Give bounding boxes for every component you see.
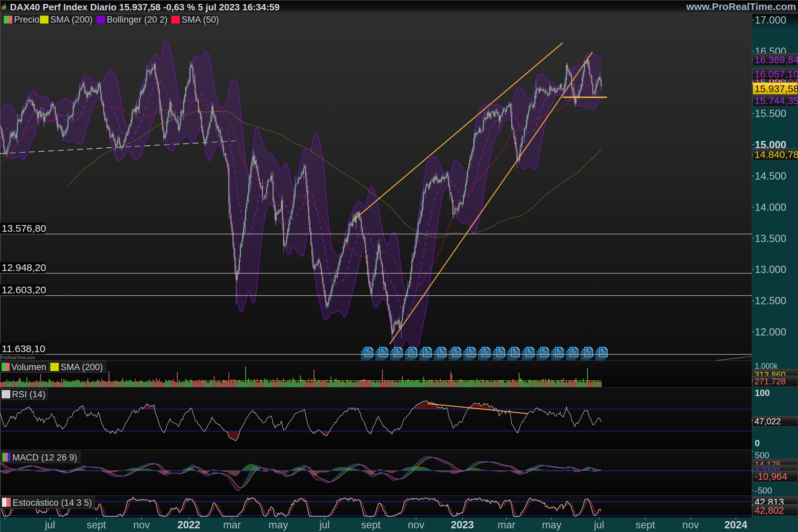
svg-text:mar: mar xyxy=(223,519,241,531)
svg-text:nov: nov xyxy=(682,519,699,531)
svg-text:13.500: 13.500 xyxy=(755,233,786,244)
svg-text:sept: sept xyxy=(87,519,106,531)
svg-text:15.500: 15.500 xyxy=(755,108,786,119)
svg-text:SMA (200): SMA (200) xyxy=(60,362,103,372)
svg-text:-10,964: -10,964 xyxy=(755,471,787,482)
svg-text:47,022: 47,022 xyxy=(755,416,781,426)
svg-text:ProRealTime.com: ProRealTime.com xyxy=(1,355,35,360)
svg-text:Precio: Precio xyxy=(14,15,40,25)
svg-text:sept: sept xyxy=(361,519,381,531)
svg-text:15.937,58: 15.937,58 xyxy=(755,83,798,94)
svg-text:16.369,84: 16.369,84 xyxy=(755,54,798,65)
svg-text:2023: 2023 xyxy=(451,519,474,531)
svg-text:nov: nov xyxy=(133,519,150,531)
svg-text:13.576,80: 13.576,80 xyxy=(2,223,46,234)
svg-text:www.ProRealTime.com: www.ProRealTime.com xyxy=(686,1,796,12)
svg-text:12.603,20: 12.603,20 xyxy=(2,284,46,295)
svg-text:sept: sept xyxy=(636,519,656,531)
svg-text:Estocástico (14 3 5): Estocástico (14 3 5) xyxy=(13,498,92,508)
svg-text:MACD (12 26 9): MACD (12 26 9) xyxy=(12,453,77,462)
svg-text:2024: 2024 xyxy=(724,519,747,531)
svg-text:13.000: 13.000 xyxy=(755,264,786,275)
svg-text:15.744,35: 15.744,35 xyxy=(755,95,798,106)
svg-text:12.948,20: 12.948,20 xyxy=(2,262,46,273)
svg-text:500: 500 xyxy=(755,450,769,460)
svg-text:-500: -500 xyxy=(755,486,772,495)
svg-text:14.500: 14.500 xyxy=(755,170,786,182)
svg-text:12.500: 12.500 xyxy=(755,295,786,307)
svg-text:DAX40 Perf Index Diario 15.937: DAX40 Perf Index Diario 15.937,58 -0,63 … xyxy=(10,2,280,12)
svg-text:SMA (200): SMA (200) xyxy=(50,15,93,25)
svg-text:RSI (14): RSI (14) xyxy=(12,390,45,399)
svg-text:SMA (50): SMA (50) xyxy=(182,15,219,25)
svg-text:100: 100 xyxy=(755,388,770,398)
svg-text:may: may xyxy=(269,519,288,531)
svg-text:17.000: 17.000 xyxy=(755,14,786,26)
svg-text:14.840,78: 14.840,78 xyxy=(755,149,798,160)
svg-text:nov: nov xyxy=(407,519,424,531)
svg-text:271.728: 271.728 xyxy=(755,376,786,386)
svg-text:2022: 2022 xyxy=(177,519,201,531)
svg-text:Volumen: Volumen xyxy=(11,362,46,372)
svg-text:42,802: 42,802 xyxy=(755,505,784,516)
svg-text:mar: mar xyxy=(498,519,515,531)
svg-text:0: 0 xyxy=(755,438,760,448)
svg-text:11.638,10: 11.638,10 xyxy=(2,343,45,354)
svg-text:jul: jul xyxy=(44,519,55,531)
svg-text:12.000: 12.000 xyxy=(755,326,786,338)
svg-text:Bollinger (20 2): Bollinger (20 2) xyxy=(107,15,168,25)
svg-text:14.000: 14.000 xyxy=(755,202,786,213)
svg-text:jul: jul xyxy=(319,519,330,531)
svg-text:jul: jul xyxy=(593,519,604,531)
svg-text:may: may xyxy=(542,519,562,531)
